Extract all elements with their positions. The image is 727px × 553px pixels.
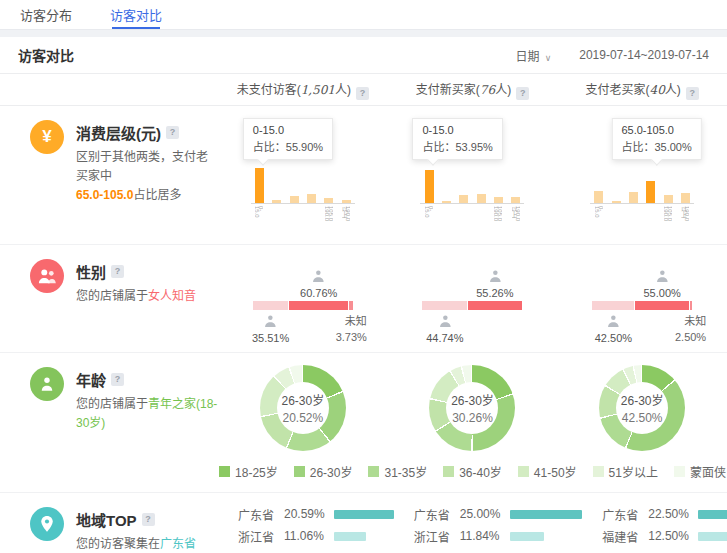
bar[interactable] (511, 197, 520, 204)
donut-center: 26-30岁20.52% (277, 382, 329, 434)
bar[interactable] (290, 196, 299, 203)
date-filter-dropdown[interactable]: 日期∨ (516, 47, 552, 64)
region-percent: 11.06% (284, 529, 334, 543)
legend-item[interactable]: 36-40岁 (443, 463, 502, 480)
tooltip-range: 0-15.0 (253, 124, 323, 136)
region-bar[interactable] (698, 532, 727, 541)
unknown-segment[interactable] (349, 301, 353, 310)
axis-tick-label: 190.0以上 (681, 206, 689, 221)
legend-label: 18-25岁 (235, 463, 278, 480)
unknown-segment[interactable] (690, 301, 692, 310)
bar[interactable] (442, 201, 451, 203)
legend-item[interactable]: 18-25岁 (219, 463, 278, 480)
region-bar[interactable] (698, 510, 727, 519)
male-segment[interactable] (422, 301, 466, 310)
female-segment[interactable] (468, 301, 523, 310)
legend-label: 51岁以上 (609, 463, 658, 480)
legend-item[interactable]: 26-30岁 (294, 463, 353, 480)
tab-visitor-distribution[interactable]: 访客分布 (20, 0, 72, 29)
age-donut-chart[interactable]: 26-30岁30.26% (429, 365, 515, 451)
tooltip-percent: 占比：55.90% (253, 138, 323, 154)
help-icon[interactable]: ? (111, 373, 124, 386)
female-segment[interactable] (289, 301, 349, 310)
legend-item[interactable]: 蒙面侠 (674, 463, 726, 480)
bar-slot (455, 164, 472, 203)
gender-title: 性别 (76, 261, 106, 282)
bar[interactable] (307, 194, 316, 203)
region-list-old-buyers: 广东省22.50%福建省12.50% (582, 493, 727, 553)
section-gender: 性别 ? 您的店铺属于女人知音 60.76%35.51%未知3.73% 55.2… (0, 245, 727, 353)
column-header-old-buyers: 支付老买家(40人)? (557, 80, 727, 100)
bar[interactable] (646, 181, 655, 203)
male-segment[interactable] (253, 301, 288, 310)
region-bar[interactable] (510, 532, 544, 541)
legend-item[interactable]: 51岁以上 (593, 463, 658, 480)
unknown-percent: 2.50% (675, 329, 706, 345)
age-title: 年龄 (76, 369, 106, 390)
axis-tick-label: 0-15.0 (425, 206, 433, 218)
bar[interactable] (629, 192, 638, 203)
help-icon[interactable]: ? (111, 265, 124, 278)
unknown-stat: 未知2.50% (675, 313, 706, 345)
bar[interactable] (612, 201, 621, 203)
bar-slot (285, 164, 302, 203)
bar[interactable] (272, 200, 281, 203)
legend-item[interactable]: 31-35岁 (368, 463, 427, 480)
chart-tooltip: 0-15.0占比：55.90% (243, 118, 333, 160)
bar[interactable] (594, 191, 603, 203)
region-title: 地域TOP (76, 509, 137, 530)
date-filter-label: 日期 (516, 50, 540, 64)
bar-slot (625, 164, 642, 203)
axis-tick-label: 0-15.0 (595, 206, 603, 218)
female-percent: 60.76% (300, 287, 337, 299)
bar-slot (438, 164, 455, 203)
date-range[interactable]: 2019-07-14~2019-07-14 (579, 48, 709, 62)
legend-swatch (368, 466, 379, 477)
bar-chart: 0-15.0占比：55.90%0-15.0105.0-190.0190.0以上 (243, 116, 363, 236)
donut-center-percent: 30.26% (452, 411, 493, 425)
bar[interactable] (342, 200, 351, 203)
female-segment[interactable] (635, 301, 689, 310)
region-percent: 20.59% (284, 507, 334, 521)
legend-label: 31-35岁 (384, 463, 427, 480)
male-segment[interactable] (592, 301, 634, 310)
age-donut-chart[interactable]: 26-30岁42.50% (599, 365, 685, 451)
donut-center: 26-30岁30.26% (446, 382, 498, 434)
section-region-top: 地域TOP ? 您的访客聚集在广东省 广东省20.59%浙江省11.06% 广东… (0, 493, 727, 553)
region-bar[interactable] (334, 510, 394, 519)
donut-center-age: 26-30岁 (621, 391, 664, 408)
bar[interactable] (494, 197, 503, 203)
tooltip-percent: 占比：35.00% (621, 138, 691, 154)
help-icon[interactable]: ? (686, 87, 699, 100)
bar[interactable] (425, 170, 434, 203)
person-icon (488, 270, 502, 282)
bar[interactable] (324, 198, 333, 203)
region-name: 福建省 (602, 528, 648, 545)
age-donut-chart[interactable]: 26-30岁20.52% (260, 365, 346, 451)
bar[interactable] (681, 193, 690, 203)
bar-slot (472, 164, 489, 203)
separator-band (0, 30, 727, 37)
person-icon (312, 270, 326, 282)
help-icon[interactable]: ? (516, 87, 529, 100)
age-desc: 您的店铺属于青年之家(18-30岁) (76, 395, 218, 433)
person-icon (655, 270, 669, 282)
gender-chart-new-buyers: 55.26%44.74% (388, 245, 558, 352)
region-bar[interactable] (510, 510, 583, 519)
consumption-desc-line1: 区别于其他两类，支付老买家中 (76, 148, 218, 186)
tab-visitor-compare[interactable]: 访客对比 (110, 0, 162, 29)
bar-slot (303, 164, 320, 203)
region-bar[interactable] (334, 532, 366, 541)
female-percent: 55.26% (476, 287, 513, 299)
help-icon[interactable]: ? (142, 513, 155, 526)
bar[interactable] (255, 168, 264, 203)
legend-item[interactable]: 41-50岁 (518, 463, 577, 480)
bar[interactable] (664, 195, 673, 203)
unknown-percent: 3.73% (336, 329, 367, 345)
bar[interactable] (477, 194, 486, 203)
donut-center: 26-30岁42.50% (616, 382, 668, 434)
bar[interactable] (459, 195, 468, 203)
help-icon[interactable]: ? (166, 126, 179, 139)
bar-slot: 0-15.0 (420, 164, 437, 203)
help-icon[interactable]: ? (356, 87, 369, 100)
